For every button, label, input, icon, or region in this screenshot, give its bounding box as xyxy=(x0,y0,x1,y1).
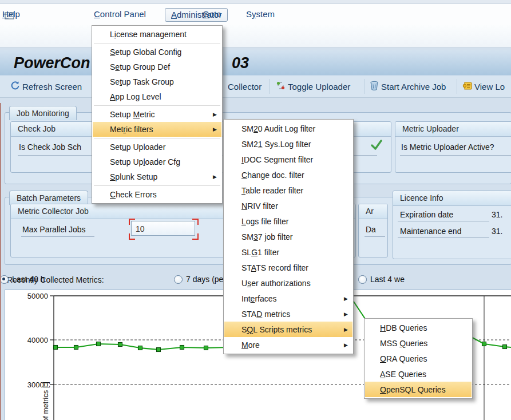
menu-item-sql-scripts-metrics[interactable]: SQL Scripts metrics▶ xyxy=(224,322,352,337)
menu-item-sm21-sys-log-filter[interactable]: SM21 Sys.Log filter xyxy=(224,136,352,152)
y-tick-label: 40000 xyxy=(27,336,48,344)
submenu-arrow-icon: ▶ xyxy=(344,296,348,302)
menu-item-logs-file-filter[interactable]: Logs file filter xyxy=(224,213,352,229)
metric-filters-submenu: SM20 Audit Log filterSM21 Sys.Log filter… xyxy=(223,119,354,354)
menu-item-mss-queries[interactable]: MSS Queries xyxy=(365,335,472,351)
submenu-arrow-icon: ▶ xyxy=(344,342,348,348)
menu-item-nriv-filter[interactable]: NRIV filter xyxy=(224,198,352,213)
menu-item-sm20-audit-log-filter[interactable]: SM20 Audit Log filter xyxy=(224,121,352,136)
menu-item-user-authorizations[interactable]: User authorizations xyxy=(224,275,352,291)
menu-item-setup-uploader-cfg[interactable]: Setup Uploader Cfg xyxy=(93,154,221,169)
submenu-arrow-icon: ▶ xyxy=(213,174,217,180)
submenu-arrow-icon: ▶ xyxy=(213,112,217,117)
menu-item-metric-filters[interactable]: Metric filters▶ xyxy=(93,122,221,137)
menu-separator xyxy=(94,105,220,106)
menu-item-interfaces[interactable]: Interfaces▶ xyxy=(224,291,352,306)
menu-separator xyxy=(94,138,220,138)
administrator-menu: License managementSetup Global ConfigSet… xyxy=(92,25,223,204)
menu-item-idoc-segment-filter[interactable]: IDOC Segment filter xyxy=(224,152,352,167)
menu-item-setup-task-group[interactable]: Setup Task Group xyxy=(93,74,221,89)
menu-item-more[interactable]: More▶ xyxy=(224,337,352,352)
menu-item-slg1-filter[interactable]: SLG1 filter xyxy=(224,244,352,260)
y-axis-label: of metrics [ ] xyxy=(41,382,50,420)
submenu-arrow-icon: ▶ xyxy=(344,311,348,317)
menu-item-license-management[interactable]: License management xyxy=(93,27,221,42)
menu-separator xyxy=(94,185,220,186)
menu-item-check-errors[interactable]: Check Errors xyxy=(93,187,221,202)
menu-item-setup-global-config[interactable]: Setup Global Config xyxy=(93,45,221,60)
menu-item-stats-record-filter[interactable]: STATS record filter xyxy=(224,260,352,275)
menu-item-change-doc-filter[interactable]: Change doc. filter xyxy=(224,167,352,183)
menu-item-opensql-queries[interactable]: OpenSQL Queries xyxy=(365,382,472,397)
menu-item-setup-metric[interactable]: Setup Metric▶ xyxy=(93,107,221,122)
menu-item-splunk-setup[interactable]: Splunk Setup▶ xyxy=(93,169,221,184)
menu-separator xyxy=(94,43,220,43)
menu-item-app-log-level[interactable]: App Log Level xyxy=(93,89,221,104)
menu-item-sm37-job-filter[interactable]: SM37 job filter xyxy=(224,229,352,244)
sap-gui-window: Control PanelAdministratorGotoSystemHelp xyxy=(0,0,511,420)
menu-item-hdb-queries[interactable]: HDB Queries xyxy=(365,320,472,335)
menu-item-stad-metrics[interactable]: STAD metrics▶ xyxy=(224,306,352,322)
menu-item-ora-queries[interactable]: ORA Queries xyxy=(365,351,472,366)
menu-item-ase-queries[interactable]: ASE Queries xyxy=(365,366,472,382)
submenu-arrow-icon: ▶ xyxy=(344,327,348,332)
sql-scripts-metrics-submenu: HDB QueriesMSS QueriesORA QueriesASE Que… xyxy=(364,318,473,399)
submenu-arrow-icon: ▶ xyxy=(213,126,217,132)
window-left-edge xyxy=(0,103,1,420)
menu-item-table-reader-filter[interactable]: Table reader filter xyxy=(224,183,352,198)
menu-item-setup-group-def[interactable]: Setup Group Def xyxy=(93,60,221,74)
menu-item-setup-uploader[interactable]: Setup Uploader xyxy=(93,140,221,154)
y-tick-label: 50000 xyxy=(27,292,48,300)
